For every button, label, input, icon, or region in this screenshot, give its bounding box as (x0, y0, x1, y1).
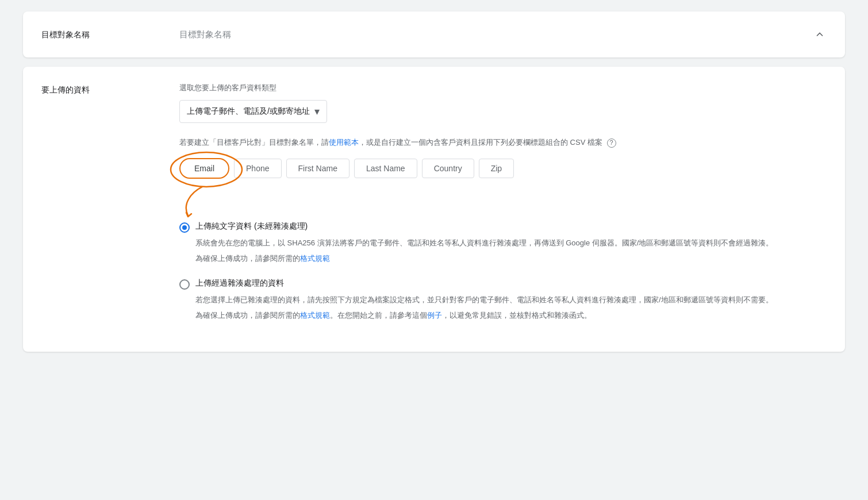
sub-label: 選取您要上傳的客戶資料類型 (179, 83, 827, 93)
csv-help-icon[interactable]: ? (607, 139, 616, 148)
audience-name-card: 目標對象名稱 目標對象名稱 (23, 11, 845, 57)
firstname-tag: First Name (286, 159, 349, 178)
phone-tag: Phone (234, 159, 281, 178)
dropdown-arrow-icon: ▾ (314, 105, 320, 118)
email-arrow-annotation (185, 187, 220, 218)
radio-hashed-section: 上傳經過雜湊處理的資料 若您選擇上傳已雜湊處理的資料，請先按照下方規定為檔案設定… (179, 278, 827, 322)
dropdown-value: 上傳電子郵件、電話及/或郵寄地址 (187, 106, 310, 117)
radio-hashed-desc1: 若您選擇上傳已雜湊處理的資料，請先按照下方規定為檔案設定格式，並只針對客戶的電子… (195, 294, 827, 306)
radio-plaintext-input[interactable] (179, 222, 190, 233)
radio-plaintext-desc1: 系統會先在您的電腦上，以 SHA256 演算法將客戶的電子郵件、電話和姓名等私人… (195, 237, 827, 249)
lastname-tag: Last Name (354, 159, 417, 178)
info-text: 若要建立「目標客戶比對」目標對象名單，請使用範本，或是自行建立一個內含客戶資料且… (179, 137, 827, 149)
audience-name-label: 目標對象名稱 (41, 30, 90, 39)
collapse-button[interactable] (813, 28, 827, 41)
country-tag: Country (422, 159, 474, 178)
email-tag: Email (179, 158, 229, 179)
radio-hashed-input[interactable] (179, 279, 190, 290)
format-spec-link-2[interactable]: 格式規範 (300, 311, 330, 320)
radio-plaintext-section: 上傳純文字資料 (未經雜湊處理) 系統會先在您的電腦上，以 SHA256 演算法… (179, 221, 827, 265)
tags-row: Email Phone First Name (179, 158, 827, 207)
email-tag-wrapper: Email (179, 158, 229, 179)
example-link[interactable]: 例子 (427, 311, 442, 320)
radio-hashed-label[interactable]: 上傳經過雜湊處理的資料 (195, 278, 284, 289)
radio-hashed-desc2: 為確保上傳成功，請參閱所需的格式規範。在您開始之前，請參考這個例子，以避免常見錯… (195, 310, 827, 322)
data-type-dropdown[interactable]: 上傳電子郵件、電話及/或郵寄地址 ▾ (179, 100, 327, 123)
radio-plaintext-label[interactable]: 上傳純文字資料 (未經雜湊處理) (195, 221, 308, 232)
format-spec-link-1[interactable]: 格式規範 (300, 254, 330, 263)
upload-data-card: 要上傳的資料 選取您要上傳的客戶資料類型 上傳電子郵件、電話及/或郵寄地址 ▾ … (23, 67, 845, 352)
upload-data-label: 要上傳的資料 (41, 85, 90, 94)
audience-name-placeholder[interactable]: 目標對象名稱 (179, 29, 231, 40)
zip-tag: Zip (479, 159, 514, 178)
use-template-link[interactable]: 使用範本 (329, 138, 359, 147)
radio-plaintext-desc2: 為確保上傳成功，請參閱所需的格式規範 (195, 253, 827, 265)
